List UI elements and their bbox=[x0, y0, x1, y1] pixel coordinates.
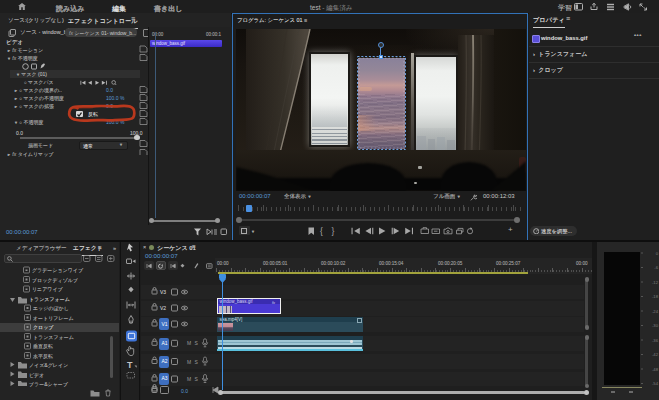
svg-text:-54: -54 bbox=[652, 381, 659, 386]
svg-text:-36: -36 bbox=[652, 338, 659, 343]
svg-text:}: } bbox=[332, 226, 335, 236]
svg-text:S: S bbox=[195, 340, 199, 346]
svg-text:S: S bbox=[195, 376, 199, 382]
svg-text:M: M bbox=[187, 359, 191, 365]
svg-text:M: M bbox=[187, 340, 191, 346]
svg-text:-6: -6 bbox=[654, 265, 658, 270]
svg-text:-12: -12 bbox=[652, 280, 659, 285]
svg-text:-24: -24 bbox=[652, 309, 659, 314]
svg-text:{: { bbox=[320, 226, 323, 236]
svg-text:0: 0 bbox=[656, 251, 659, 256]
svg-text:-42: -42 bbox=[652, 352, 659, 357]
svg-text:T: T bbox=[127, 360, 133, 370]
svg-text:-18: -18 bbox=[652, 294, 659, 299]
svg-text:0.0: 0.0 bbox=[181, 388, 188, 394]
svg-text:S: S bbox=[195, 359, 199, 365]
svg-text:M: M bbox=[187, 376, 191, 382]
svg-text:-30: -30 bbox=[652, 323, 659, 328]
svg-text:-48: -48 bbox=[652, 367, 659, 372]
